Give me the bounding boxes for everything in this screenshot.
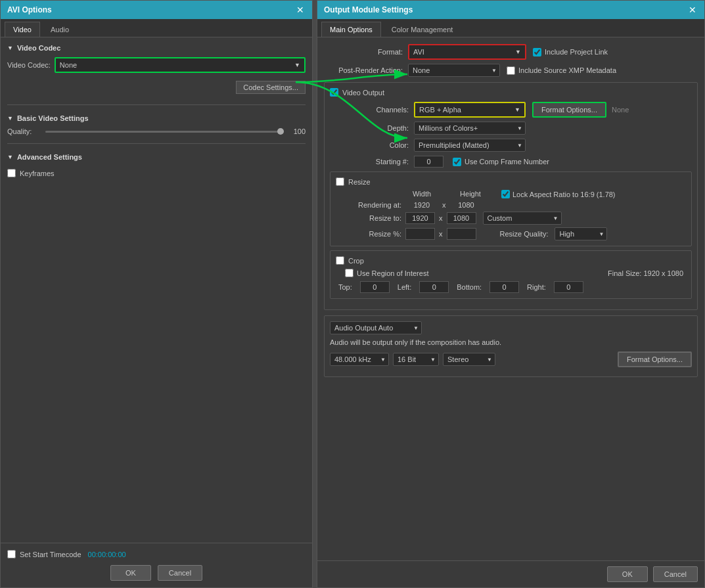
tab-main-options[interactable]: Main Options <box>321 22 381 37</box>
rendering-at-label: Rendering at: <box>342 201 401 209</box>
use-comp-frame-label: Use Comp Frame Number <box>453 158 549 166</box>
video-output-checkbox[interactable] <box>330 88 338 97</box>
bottom-label: Bottom: <box>457 283 482 291</box>
lock-aspect-checkbox[interactable] <box>501 190 510 198</box>
codec-select-wrapper: None <box>55 57 306 73</box>
color-select[interactable]: Premultiplied (Matted) <box>414 139 526 152</box>
video-output-section: Video Output Channels: RGB + Alpha Forma… <box>324 82 698 310</box>
crop-section: Crop Use Region of Interest Final Size: … <box>330 250 692 299</box>
resize-to-select-wrapper: Custom <box>483 212 562 225</box>
audio-khz-select[interactable]: 48.000 kHz <box>330 353 389 366</box>
bottom-input[interactable] <box>489 281 519 293</box>
audio-stereo-select[interactable]: Stereo <box>443 353 495 366</box>
codec-settings-button[interactable]: Codec Settings... <box>236 81 306 94</box>
set-start-timecode-checkbox[interactable] <box>7 550 16 558</box>
avi-titlebar: AVI Options ✕ <box>1 1 312 19</box>
format-options-button[interactable]: Format Options... <box>532 102 606 118</box>
format-row: Format: AVI Include Project Link <box>324 44 698 60</box>
audio-output-select[interactable]: Audio Output Auto <box>330 321 422 334</box>
top-label: Top: <box>338 283 352 291</box>
right-input[interactable] <box>554 281 583 293</box>
avi-tabs-bar: Video Audio <box>1 19 312 37</box>
audio-output-row: Audio Output Auto <box>330 321 692 334</box>
tab-audio[interactable]: Audio <box>42 22 78 37</box>
audio-bit-select[interactable]: 16 Bit <box>393 353 439 366</box>
output-tabs-bar: Main Options Color Management <box>317 19 704 37</box>
include-source-xmp-checkbox[interactable] <box>507 66 515 75</box>
keyframes-label: Keyframes <box>7 169 55 177</box>
resize-checkbox[interactable] <box>336 177 344 186</box>
depth-row: Depth: Millions of Colors+ <box>330 122 692 135</box>
quality-row: Quality: 100 <box>7 127 306 135</box>
avi-cancel-button[interactable]: Cancel <box>158 565 202 581</box>
triangle-icon-2: ▼ <box>7 115 13 122</box>
audio-section: Audio Output Auto Audio will be output o… <box>324 315 698 377</box>
video-output-header: Video Output <box>330 88 692 97</box>
basic-video-section-header: ▼ Basic Video Settings <box>7 114 306 122</box>
rendering-w: 1920 <box>405 201 438 209</box>
include-project-link-label: Include Project Link <box>533 48 608 57</box>
quality-label: Quality: <box>7 127 40 135</box>
resize-pct-w-input[interactable] <box>405 228 435 240</box>
resize-quality-label: Resize Quality: <box>500 230 549 238</box>
tab-video[interactable]: Video <box>5 22 40 37</box>
starting-num-input[interactable] <box>414 156 443 168</box>
audio-format-options-button[interactable]: Format Options... <box>618 351 692 367</box>
top-input[interactable] <box>360 281 390 293</box>
output-titlebar: Output Module Settings ✕ <box>317 1 704 19</box>
resize-quality-select[interactable]: High <box>555 227 607 240</box>
avi-close-button[interactable]: ✕ <box>295 5 306 15</box>
set-start-timecode-label: Set Start Timecode <box>20 551 81 558</box>
resize-to-label: Resize to: <box>342 214 401 222</box>
audio-khz-wrapper: 48.000 kHz <box>330 353 389 366</box>
crop-checkbox[interactable] <box>336 256 344 265</box>
codec-row: Video Codec: None <box>7 57 306 73</box>
resize-pct-h-input[interactable] <box>447 228 476 240</box>
left-input[interactable] <box>419 281 449 293</box>
depth-select[interactable]: Millions of Colors+ <box>414 122 526 135</box>
keyframes-checkbox[interactable] <box>7 169 16 177</box>
output-cancel-button[interactable]: Cancel <box>653 566 698 582</box>
avi-format-select-wrapper: AVI <box>408 44 526 60</box>
right-label: Right: <box>527 283 546 291</box>
avi-title: AVI Options <box>7 5 52 14</box>
advanced-section-header: ▼ Advanced Settings <box>7 153 306 161</box>
use-roi-checkbox[interactable] <box>345 269 353 277</box>
use-comp-frame-checkbox[interactable] <box>453 158 461 166</box>
width-col-header: Width <box>405 190 438 198</box>
include-project-link-checkbox[interactable] <box>533 48 541 57</box>
tab-color-management[interactable]: Color Management <box>383 22 462 37</box>
channel-select[interactable]: RGB + Alpha <box>415 103 524 116</box>
output-ok-button[interactable]: OK <box>607 566 648 582</box>
audio-note: Audio will be output only if the composi… <box>330 338 501 346</box>
format-select[interactable]: AVI <box>409 45 525 58</box>
timecode-value: 00:00:00:00 <box>88 551 126 558</box>
audio-bit-wrapper: 16 Bit <box>393 353 439 366</box>
video-codec-section-header: ▼ Video Codec <box>7 44 306 52</box>
divider-1 <box>7 104 306 105</box>
avi-content-area: ▼ Video Codec Video Codec: None Codec Se… <box>1 37 312 543</box>
color-label: Color: <box>330 141 409 149</box>
post-render-select-wrapper: None <box>408 64 500 77</box>
depth-label: Depth: <box>330 124 409 132</box>
post-render-select[interactable]: None <box>408 64 500 77</box>
resize-to-h-input[interactable] <box>447 212 476 224</box>
timecode-row: Set Start Timecode 00:00:00:00 <box>7 550 306 558</box>
resize-to-select[interactable]: Custom <box>483 212 562 225</box>
color-select-wrapper: Premultiplied (Matted) <box>414 139 526 152</box>
height-col-header: Height <box>454 190 487 198</box>
avi-options-window: AVI Options ✕ Video Audio ▼ Video Codec … <box>0 0 313 588</box>
avi-footer: Set Start Timecode 00:00:00:00 OK Cancel <box>1 543 312 587</box>
output-close-button[interactable]: ✕ <box>687 5 698 15</box>
rendering-h: 1080 <box>450 201 483 209</box>
output-footer: OK Cancel <box>317 560 704 587</box>
quality-slider[interactable] <box>45 131 284 133</box>
resize-to-w-input[interactable] <box>405 212 435 224</box>
codec-select[interactable]: None <box>56 58 304 72</box>
include-source-xmp-label: Include Source XMP Metadata <box>507 66 616 75</box>
avi-ok-button[interactable]: OK <box>110 565 151 581</box>
crop-header: Crop <box>336 256 686 265</box>
final-size-label: Final Size: 1920 x 1080 <box>608 269 683 277</box>
divider-2 <box>7 143 306 144</box>
none-label: None <box>612 106 629 114</box>
